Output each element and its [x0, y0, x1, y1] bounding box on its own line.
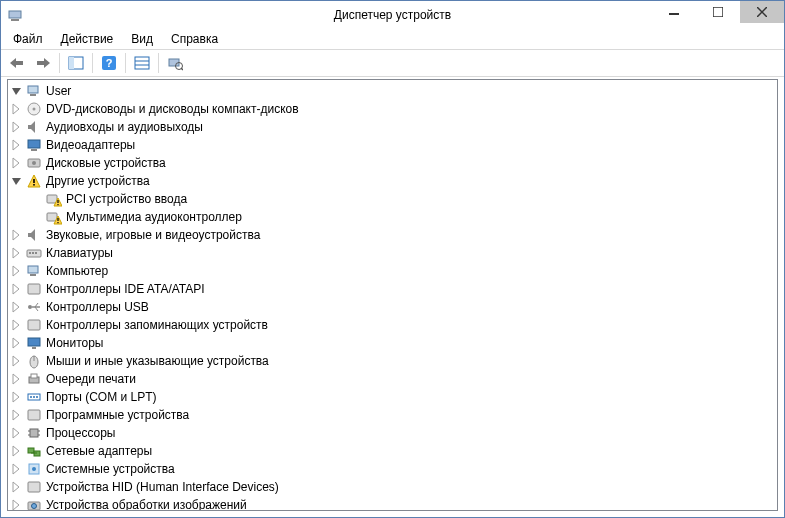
tree-node-label: Видеоадаптеры: [44, 138, 135, 152]
tree-node-network[interactable]: Сетевые адаптеры: [10, 442, 775, 460]
scan-hardware-button[interactable]: [163, 51, 187, 75]
tree-node-label: Процессоры: [44, 426, 116, 440]
properties-button[interactable]: [130, 51, 154, 75]
tree-node-computer[interactable]: Компьютер: [10, 262, 775, 280]
ide-icon: [26, 281, 42, 297]
system-icon: [26, 461, 42, 477]
tree-root-label: User: [44, 84, 71, 98]
expander-icon[interactable]: [10, 408, 24, 422]
svg-rect-8: [37, 61, 44, 65]
printer-icon: [26, 371, 42, 387]
tree-node-pci-input[interactable]: PCI устройство ввода: [30, 190, 775, 208]
tree-node-storage[interactable]: Контроллеры запоминающих устройств: [10, 316, 775, 334]
tree-node-label: Системные устройства: [44, 462, 175, 476]
software-icon: [26, 407, 42, 423]
toolbar-separator: [158, 53, 159, 73]
tree-node-disk[interactable]: Дисковые устройства: [10, 154, 775, 172]
tree-node-label: Компьютер: [44, 264, 108, 278]
tree-node-mm-audio[interactable]: Мультимедиа аудиоконтроллер: [30, 208, 775, 226]
menu-help[interactable]: Справка: [163, 30, 226, 48]
tree-node-label: Звуковые, игровые и видеоустройства: [44, 228, 260, 242]
back-button[interactable]: [5, 51, 29, 75]
device-tree-container[interactable]: User DVD-дисководы и дисководы компакт-д…: [7, 79, 778, 511]
expander-icon[interactable]: [10, 318, 24, 332]
expander-icon[interactable]: [10, 282, 24, 296]
maximize-button[interactable]: [696, 1, 740, 23]
show-hide-tree-button[interactable]: [64, 51, 88, 75]
help-button[interactable]: ?: [97, 51, 121, 75]
expander-icon[interactable]: [10, 480, 24, 494]
expander-icon[interactable]: [10, 372, 24, 386]
toolbar: ?: [1, 49, 784, 77]
tree-node-other[interactable]: Другие устройства: [10, 172, 775, 190]
toolbar-separator: [92, 53, 93, 73]
tree-node-label: Дисковые устройства: [44, 156, 166, 170]
svg-rect-0: [9, 11, 21, 18]
tree-node-label: Контроллеры запоминающих устройств: [44, 318, 268, 332]
tree-node-label: Мониторы: [44, 336, 103, 350]
tree-node-label: PCI устройство ввода: [64, 192, 187, 206]
forward-button[interactable]: [31, 51, 55, 75]
menu-file[interactable]: Файл: [5, 30, 51, 48]
port-icon: [26, 389, 42, 405]
expander-icon[interactable]: [10, 390, 24, 404]
expander-icon[interactable]: [10, 264, 24, 278]
expander-icon[interactable]: [10, 228, 24, 242]
tree-node-keyboard[interactable]: Клавиатуры: [10, 244, 775, 262]
tree-node-system[interactable]: Системные устройства: [10, 460, 775, 478]
tree-node-usb[interactable]: Контроллеры USB: [10, 298, 775, 316]
menubar: Файл Действие Вид Справка: [1, 29, 784, 49]
close-button[interactable]: [740, 1, 784, 23]
tree-node-dvd[interactable]: DVD-дисководы и дисководы компакт-дисков: [10, 100, 775, 118]
tree-root-node[interactable]: User: [10, 82, 775, 100]
tree-node-audio-io[interactable]: Аудиовходы и аудиовыходы: [10, 118, 775, 136]
expander-icon[interactable]: [10, 156, 24, 170]
tree-node-imaging[interactable]: Устройства обработки изображений: [10, 496, 775, 511]
expander-icon[interactable]: [10, 138, 24, 152]
expander-icon[interactable]: [10, 300, 24, 314]
disk-icon: [26, 155, 42, 171]
expander-icon[interactable]: [10, 462, 24, 476]
expander-spacer: [30, 192, 44, 206]
tree-node-label: Устройства HID (Human Interface Devices): [44, 480, 279, 494]
tree-node-software[interactable]: Программные устройства: [10, 406, 775, 424]
expander-icon[interactable]: [10, 174, 24, 188]
tree-node-label: Устройства обработки изображений: [44, 498, 247, 511]
expander-icon[interactable]: [10, 102, 24, 116]
menu-view[interactable]: Вид: [123, 30, 161, 48]
expander-icon[interactable]: [10, 426, 24, 440]
expander-icon[interactable]: [10, 498, 24, 511]
tree-node-label: Очереди печати: [44, 372, 136, 386]
tree-node-label: Другие устройства: [44, 174, 150, 188]
storage-icon: [26, 317, 42, 333]
minimize-button[interactable]: [652, 1, 696, 23]
tree-node-sound[interactable]: Звуковые, игровые и видеоустройства: [10, 226, 775, 244]
tree-node-hid[interactable]: Устройства HID (Human Interface Devices): [10, 478, 775, 496]
mouse-icon: [26, 353, 42, 369]
toolbar-separator: [59, 53, 60, 73]
tree-node-monitors[interactable]: Мониторы: [10, 334, 775, 352]
warning-icon: [26, 173, 42, 189]
tree-node-label: Мыши и иные указывающие устройства: [44, 354, 269, 368]
svg-line-19: [181, 68, 183, 70]
tree-node-label: Мультимедиа аудиоконтроллер: [64, 210, 242, 224]
tree-node-cpu[interactable]: Процессоры: [10, 424, 775, 442]
tree-node-label: Контроллеры USB: [44, 300, 149, 314]
tree-node-printq[interactable]: Очереди печати: [10, 370, 775, 388]
expander-icon[interactable]: [10, 336, 24, 350]
tree-node-mice[interactable]: Мыши и иные указывающие устройства: [10, 352, 775, 370]
network-icon: [26, 443, 42, 459]
expander-icon[interactable]: [10, 84, 24, 98]
expander-icon[interactable]: [10, 246, 24, 260]
tree-node-video[interactable]: Видеоадаптеры: [10, 136, 775, 154]
expander-icon[interactable]: [10, 354, 24, 368]
expander-icon[interactable]: [10, 444, 24, 458]
tree-node-ide[interactable]: Контроллеры IDE ATA/ATAPI: [10, 280, 775, 298]
expander-icon[interactable]: [10, 120, 24, 134]
window-title: Диспетчер устройств: [334, 8, 451, 22]
speaker-icon: [26, 227, 42, 243]
tree-node-ports[interactable]: Порты (COM и LPT): [10, 388, 775, 406]
display-icon: [26, 137, 42, 153]
menu-action[interactable]: Действие: [53, 30, 122, 48]
svg-rect-11: [69, 57, 74, 69]
